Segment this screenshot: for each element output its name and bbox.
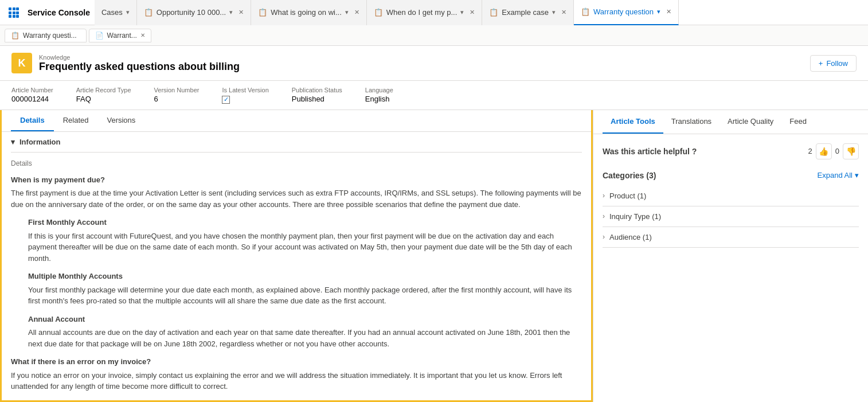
opp-tab-chevron[interactable]: ▾ — [229, 9, 233, 16]
subtabs-bar: 📋 Warranty questi... 📄 Warrant... ✕ — [0, 25, 868, 46]
subtab-warrant-label: Warrant... — [107, 32, 137, 40]
example-tab-icon: 📋 — [489, 8, 498, 17]
subtab-warrant-icon: 📄 — [95, 32, 104, 40]
main-content: K Knowledge Frequently asked questions a… — [0, 46, 868, 402]
version-value: 6 — [154, 95, 158, 103]
pub-status-label: Publication Status — [292, 87, 342, 93]
q2-heading: What if there is an error on my invoice? — [11, 356, 582, 368]
latest-version-checkbox[interactable]: ✓ — [222, 96, 230, 104]
knowledge-label: Knowledge — [39, 54, 240, 61]
knowledge-icon: K — [11, 53, 32, 73]
latest-version-field: Is Latest Version ✓ — [222, 87, 268, 104]
whendo-tab-icon: 📋 — [374, 8, 383, 17]
nav-tab-opp[interactable]: 📋 Opportunity 10 000... ▾ ✕ — [137, 0, 251, 25]
whendo-tab-label: When do I get my p... — [386, 8, 458, 17]
sub3-title: Annual Account — [28, 314, 582, 325]
pub-status-value: Published — [292, 95, 324, 103]
downvote-count: 0 — [835, 147, 839, 155]
category-product[interactable]: › Product (1) — [603, 186, 859, 206]
latest-version-label: Is Latest Version — [222, 87, 268, 93]
right-panel: Article Tools Translations Article Quali… — [593, 110, 868, 403]
svg-rect-3 — [9, 11, 11, 14]
downvote-button[interactable]: 👎 — [843, 143, 859, 159]
record-type-field: Article Record Type FAQ — [76, 87, 131, 104]
information-section-header[interactable]: ▾ Information — [11, 132, 582, 153]
right-tab-article-tools[interactable]: Article Tools — [603, 110, 663, 134]
follow-label: Follow — [826, 59, 848, 68]
cases-tab-label: Cases — [101, 8, 123, 17]
whatsgoing-tab-label: What is going on wi... — [271, 8, 342, 17]
article-quality-label: Article Quality — [728, 117, 773, 126]
category-audience[interactable]: › Audience (1) — [603, 227, 859, 248]
pub-status-field: Publication Status Published — [292, 87, 342, 104]
feed-label: Feed — [789, 117, 807, 126]
record-type-label: Article Record Type — [76, 87, 131, 93]
warranty-tab-label: Warranty question — [593, 7, 654, 16]
app-launcher-button[interactable] — [5, 3, 23, 22]
article-header: K Knowledge Frequently asked questions a… — [0, 46, 868, 81]
version-label: Version Number — [154, 87, 200, 93]
language-value: English — [365, 95, 390, 103]
expand-all-chevron: ▾ — [855, 171, 859, 179]
inquiry-chevron-icon: › — [603, 212, 605, 220]
expand-all-label: Expand All — [818, 171, 853, 179]
tab-versions[interactable]: Versions — [97, 110, 144, 131]
tab-details[interactable]: Details — [11, 110, 54, 131]
whendo-tab-chevron[interactable]: ▾ — [460, 9, 464, 16]
details-label: Details — [11, 159, 582, 167]
subtab-warrant-article[interactable]: 📄 Warrant... ✕ — [89, 29, 151, 42]
nav-tab-whats-going[interactable]: 📋 What is going on wi... ▾ ✕ — [251, 0, 367, 25]
helpful-row: Was this article helpful ? 2 👍 0 👎 — [603, 143, 859, 159]
categories-title: Categories (3) — [603, 171, 656, 180]
follow-plus-icon: + — [819, 59, 823, 68]
helpful-label: Was this article helpful ? — [603, 147, 697, 156]
sub3-body: All annual accounts are due on the day o… — [28, 327, 582, 349]
svg-rect-4 — [13, 11, 15, 14]
body-split: Details Related Versions ▾ Information D… — [0, 110, 868, 403]
right-panel-content: Was this article helpful ? 2 👍 0 👎 Categ… — [593, 134, 868, 403]
article-title: Frequently asked questions about billing — [39, 61, 240, 73]
follow-button[interactable]: + Follow — [810, 55, 857, 72]
whatsgoing-tab-chevron[interactable]: ▾ — [345, 9, 349, 16]
article-tools-label: Article Tools — [611, 117, 655, 126]
svg-rect-0 — [9, 7, 11, 10]
warranty-tab-icon: 📋 — [581, 7, 590, 16]
warranty-tab-chevron[interactable]: ▾ — [657, 8, 660, 15]
subtab-warrant-close[interactable]: ✕ — [140, 32, 145, 38]
svg-rect-1 — [13, 7, 15, 10]
app-title: Service Console — [28, 8, 90, 17]
whendo-tab-close[interactable]: ✕ — [470, 9, 475, 16]
opp-tab-close[interactable]: ✕ — [238, 9, 244, 16]
svg-rect-6 — [9, 15, 11, 18]
expand-all-button[interactable]: Expand All ▾ — [818, 171, 859, 179]
product-chevron-icon: › — [603, 192, 605, 200]
category-inquiry[interactable]: › Inquiry Type (1) — [603, 206, 859, 227]
article-content: When is my payment due? The first paymen… — [11, 174, 582, 403]
article-number-value: 000001244 — [11, 95, 49, 103]
sub2-body: Your first monthly package will determin… — [28, 284, 582, 307]
sub1-title: First Monthly Account — [28, 217, 582, 228]
article-title-block: Knowledge Frequently asked questions abo… — [39, 54, 240, 73]
right-tab-feed[interactable]: Feed — [781, 110, 815, 134]
sub2-title: Multiple Monthly Accounts — [28, 271, 582, 282]
example-tab-chevron[interactable]: ▾ — [552, 9, 556, 16]
right-tab-translations[interactable]: Translations — [663, 110, 720, 134]
sub2-block: Multiple Monthly Accounts Your first mon… — [28, 271, 582, 307]
subtab-warranty-icon: 📋 — [11, 32, 19, 40]
whatsgoing-tab-close[interactable]: ✕ — [354, 9, 359, 16]
audience-label: Audience (1) — [609, 233, 652, 241]
nav-tab-when-do[interactable]: 📋 When do I get my p... ▾ ✕ — [367, 0, 483, 25]
cases-tab-chevron[interactable]: ▾ — [126, 9, 130, 16]
warranty-tab-close[interactable]: ✕ — [666, 8, 671, 15]
nav-tab-example[interactable]: 📋 Example case ▾ ✕ — [482, 0, 574, 25]
whatsgoing-tab-icon: 📋 — [258, 8, 267, 17]
example-tab-label: Example case — [502, 8, 549, 17]
nav-tab-warranty[interactable]: 📋 Warranty question ▾ ✕ — [574, 0, 679, 25]
article-number-label: Article Number — [11, 87, 53, 93]
nav-tab-cases[interactable]: Cases ▾ — [95, 0, 137, 25]
tab-related[interactable]: Related — [54, 110, 98, 131]
subtab-warranty-case[interactable]: 📋 Warranty questi... — [5, 29, 87, 42]
upvote-button[interactable]: 👍 — [816, 143, 832, 159]
example-tab-close[interactable]: ✕ — [561, 9, 566, 16]
right-tab-article-quality[interactable]: Article Quality — [720, 110, 781, 134]
